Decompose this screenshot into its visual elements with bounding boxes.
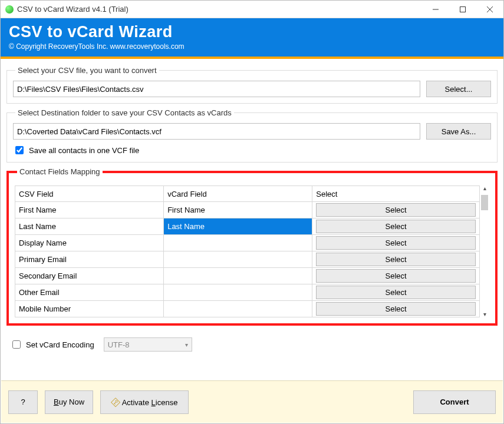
- vcard-field-cell[interactable]: [164, 235, 312, 251]
- window-title: CSV to vCard Wizard v4.1 (Trial): [17, 5, 422, 14]
- mapping-header-vcard[interactable]: vCard Field: [164, 186, 312, 202]
- mapping-legend: Contact Fields Mapping: [17, 167, 103, 176]
- saveas-button[interactable]: Save As...: [426, 123, 491, 140]
- vcard-field-cell[interactable]: [164, 268, 312, 284]
- mapping-group: Contact Fields Mapping CSV Field vCard F…: [6, 167, 498, 326]
- destination-path-input[interactable]: [13, 123, 420, 140]
- mapping-scrollbar[interactable]: ▴ ▾: [480, 186, 489, 317]
- table-row: Mobile NumberSelect: [15, 301, 480, 317]
- svg-rect-1: [460, 6, 466, 12]
- close-button[interactable]: [476, 1, 503, 18]
- select-cell: Select: [312, 301, 480, 317]
- content-area: Select your CSV file, you want to conver…: [1, 59, 503, 352]
- source-legend: Select your CSV file, you want to conver…: [15, 66, 159, 75]
- select-cell: Select: [312, 202, 480, 218]
- table-row: Display NameSelect: [15, 235, 480, 251]
- mapping-select-button[interactable]: Select: [316, 253, 476, 266]
- mapping-header-row: CSV Field vCard Field Select: [15, 186, 480, 202]
- key-icon: ⚿: [109, 396, 121, 408]
- vcard-field-cell[interactable]: First Name: [164, 202, 312, 218]
- select-source-button[interactable]: Select...: [426, 81, 491, 97]
- destination-group: Select Destination folder to save your C…: [6, 108, 498, 163]
- csv-field-cell[interactable]: Display Name: [15, 235, 164, 251]
- vcard-field-cell[interactable]: Last Name: [164, 218, 312, 235]
- mapping-select-button[interactable]: Select: [316, 286, 476, 299]
- csv-field-cell[interactable]: First Name: [15, 202, 164, 218]
- help-button[interactable]: ?: [8, 390, 38, 414]
- table-row: Primary EmailSelect: [15, 251, 480, 268]
- mapping-select-button[interactable]: Select: [316, 269, 476, 283]
- mapping-header-select[interactable]: Select: [312, 186, 480, 202]
- vcard-field-cell[interactable]: [164, 301, 312, 317]
- select-cell: Select: [312, 235, 480, 251]
- source-group: Select your CSV file, you want to conver…: [6, 66, 498, 104]
- select-cell: Select: [312, 251, 480, 268]
- table-row: Other EmailSelect: [15, 284, 480, 301]
- encoding-checkbox-row[interactable]: Set vCard Encoding: [10, 339, 94, 350]
- mapping-table: CSV Field vCard Field Select First NameF…: [15, 186, 480, 317]
- mapping-header-csv[interactable]: CSV Field: [15, 186, 164, 202]
- convert-button[interactable]: Convert: [413, 390, 496, 414]
- app-banner: CSV to vCard Wizard © Copyright Recovery…: [1, 18, 503, 59]
- encoding-row: Set vCard Encoding UTF-8 ▾: [10, 337, 494, 352]
- csv-field-cell[interactable]: Last Name: [15, 218, 164, 235]
- encoding-label: Set vCard Encoding: [26, 340, 94, 349]
- vcard-field-cell[interactable]: [164, 251, 312, 268]
- encoding-value: UTF-8: [108, 340, 130, 349]
- table-row: First NameFirst NameSelect: [15, 202, 480, 218]
- app-icon: [5, 5, 14, 14]
- scroll-thumb[interactable]: [481, 195, 488, 210]
- mapping-table-wrap: CSV Field vCard Field Select First NameF…: [15, 186, 489, 317]
- source-path-input[interactable]: [13, 81, 420, 97]
- banner-title: CSV to vCard Wizard: [9, 23, 495, 41]
- vcard-field-cell[interactable]: [164, 284, 312, 301]
- save-all-checkbox-row[interactable]: Save all contacts in one VCF file: [13, 144, 491, 156]
- scroll-down-icon[interactable]: ▾: [483, 312, 486, 317]
- save-all-checkbox[interactable]: [15, 146, 24, 154]
- destination-legend: Select Destination folder to save your C…: [15, 108, 234, 117]
- footer-bar: ? Buy Now ⚿Activate License Convert: [1, 380, 503, 423]
- chevron-down-icon: ▾: [185, 342, 188, 348]
- mapping-select-button[interactable]: Select: [316, 220, 476, 233]
- titlebar: CSV to vCard Wizard v4.1 (Trial): [1, 1, 503, 18]
- save-all-label: Save all contacts in one VCF file: [29, 146, 139, 155]
- mapping-select-button[interactable]: Select: [316, 302, 476, 316]
- select-cell: Select: [312, 268, 480, 284]
- csv-field-cell[interactable]: Mobile Number: [15, 301, 164, 317]
- table-row: Last NameLast NameSelect: [15, 218, 480, 235]
- encoding-checkbox[interactable]: [12, 340, 21, 349]
- csv-field-cell[interactable]: Primary Email: [15, 251, 164, 268]
- select-cell: Select: [312, 284, 480, 301]
- encoding-combo[interactable]: UTF-8 ▾: [104, 337, 192, 352]
- minimize-button[interactable]: [422, 1, 449, 18]
- banner-copyright: © Copyright RecoveryTools Inc. www.recov…: [9, 42, 495, 51]
- buy-now-button[interactable]: Buy Now: [45, 390, 93, 414]
- maximize-button[interactable]: [449, 1, 476, 18]
- csv-field-cell[interactable]: Secondary Email: [15, 268, 164, 284]
- scroll-up-icon[interactable]: ▴: [483, 186, 486, 191]
- activate-license-button[interactable]: ⚿Activate License: [100, 390, 189, 414]
- mapping-select-button[interactable]: Select: [316, 203, 476, 217]
- mapping-select-button[interactable]: Select: [316, 236, 476, 250]
- select-cell: Select: [312, 218, 480, 235]
- csv-field-cell[interactable]: Other Email: [15, 284, 164, 301]
- table-row: Secondary EmailSelect: [15, 268, 480, 284]
